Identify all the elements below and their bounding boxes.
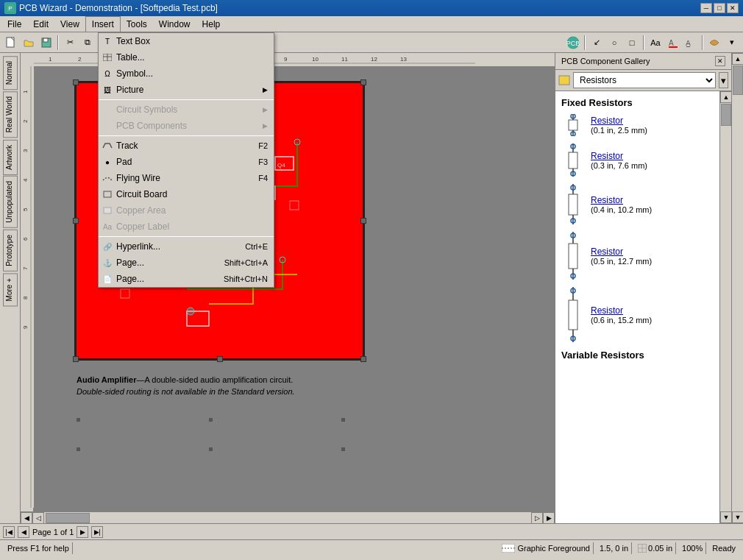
- corner-mark-bm: [217, 356, 223, 362]
- gallery-dropdown-btn[interactable]: ▾: [719, 72, 728, 88]
- gallery-close-button[interactable]: ✕: [715, 56, 725, 66]
- tab-artwork[interactable]: Artwork: [3, 140, 18, 175]
- menu-item-hyperlink[interactable]: 🔗 Hyperlink... Ctrl+E: [99, 238, 274, 255]
- menu-file[interactable]: File: [1, 16, 27, 32]
- tb-special[interactable]: [706, 35, 722, 51]
- copper-area-icon: [102, 205, 113, 216]
- resistor-1-link[interactable]: Resistor: [591, 116, 647, 126]
- menu-item-table[interactable]: Table...: [99, 49, 274, 65]
- main-vscroll: ▲ ▼: [731, 53, 743, 523]
- menu-item-symbol[interactable]: Ω Symbol...: [99, 65, 274, 82]
- svg-text:10: 10: [312, 56, 319, 63]
- vscroll-thumb[interactable]: [733, 65, 743, 95]
- menu-window[interactable]: Window: [153, 16, 196, 32]
- tb-copy[interactable]: ⧉: [79, 35, 96, 51]
- tab-prototype[interactable]: Prototype: [3, 230, 18, 272]
- tab-normal[interactable]: Normal: [3, 56, 18, 90]
- gallery-scroll-down[interactable]: ▼: [720, 511, 731, 523]
- hscroll-track[interactable]: [44, 512, 531, 524]
- svg-text:2: 2: [78, 56, 82, 63]
- vscroll-track[interactable]: [732, 65, 743, 511]
- svg-text:13: 13: [400, 56, 407, 63]
- svg-text:3: 3: [22, 149, 29, 152]
- gallery-item-resistor-2[interactable]: Resistor (0.3 in, 7.6 mm): [561, 143, 714, 177]
- menu-item-circuit-board[interactable]: Circuit Board: [99, 186, 274, 202]
- svg-rect-71: [559, 76, 569, 85]
- menu-item-flying-wire[interactable]: Flying Wire F4: [99, 170, 274, 186]
- gallery-scroll-up[interactable]: ▲: [720, 91, 731, 103]
- gallery-scroll-thumb[interactable]: [721, 104, 731, 126]
- tb-new[interactable]: [3, 35, 19, 51]
- menu-item-page[interactable]: 📄 Page... Shift+Ctrl+N: [99, 271, 274, 287]
- vscroll-down[interactable]: ▼: [732, 511, 743, 523]
- svg-rect-5: [104, 191, 111, 197]
- resistor-2-link[interactable]: Resistor: [591, 151, 647, 161]
- page-last[interactable]: ▶|: [91, 526, 103, 538]
- dot-4: [77, 447, 80, 451]
- tab-more[interactable]: More +: [3, 273, 18, 306]
- page-next[interactable]: ▶: [77, 526, 88, 538]
- hscroll-right[interactable]: ▶: [543, 512, 555, 524]
- minimize-button[interactable]: ─: [700, 3, 712, 13]
- menu-help[interactable]: Help: [196, 16, 227, 32]
- gallery-category-select[interactable]: Resistors Capacitors Inductors Diodes Tr…: [573, 72, 716, 88]
- hscroll-next[interactable]: ▷: [531, 512, 543, 524]
- textbox-icon: T: [102, 35, 113, 47]
- svg-rect-31: [21, 66, 34, 508]
- resistor-img-5: [561, 287, 585, 342]
- resistor-3-info: Resistor (0.4 in, 10.2 mm): [591, 195, 652, 214]
- tab-real-world[interactable]: Real World: [3, 91, 18, 138]
- menu-item-textbox[interactable]: T Text Box: [99, 33, 274, 49]
- tb-text[interactable]: Aa: [647, 35, 664, 51]
- dot-1: [77, 418, 80, 422]
- status-graphic: Graphic Foreground: [499, 542, 593, 554]
- svg-text:4: 4: [22, 178, 29, 182]
- tb-fmt1[interactable]: A: [665, 35, 681, 51]
- tb-dropdown[interactable]: ▾: [724, 35, 740, 51]
- gallery-item-resistor-1[interactable]: Resistor (0.1 in, 2.5 mm): [561, 114, 714, 136]
- menu-item-pad[interactable]: ● Pad F3: [99, 154, 274, 170]
- gallery-item-resistor-5[interactable]: Resistor (0.6 in, 15.2 mm): [561, 287, 714, 342]
- menu-tools[interactable]: Tools: [121, 16, 153, 32]
- tab-unpopulated[interactable]: Unpopulated: [3, 176, 18, 228]
- tb-shape-rect[interactable]: □: [624, 35, 640, 51]
- gallery-item-resistor-3[interactable]: Resistor (0.4 in, 10.2 mm): [561, 184, 714, 224]
- maximize-button[interactable]: □: [714, 3, 725, 13]
- corner-mark-bl: [73, 356, 79, 362]
- tb-cut[interactable]: ✂: [62, 35, 78, 51]
- page-prev[interactable]: ◀: [18, 526, 29, 538]
- gallery-scroll-track[interactable]: [720, 103, 731, 511]
- svg-text:1: 1: [22, 90, 29, 93]
- table-icon: [102, 52, 113, 63]
- dot-3: [341, 418, 345, 422]
- page-first[interactable]: |◀: [3, 526, 15, 538]
- hscroll-left[interactable]: ◀: [21, 512, 32, 524]
- corner-mark-br: [360, 356, 366, 362]
- menu-edit[interactable]: Edit: [27, 16, 54, 32]
- hscroll-prev[interactable]: ◁: [32, 512, 44, 524]
- hscroll-thumb[interactable]: [46, 513, 90, 523]
- gallery-item-resistor-4[interactable]: Resistor (0.5 in, 12.7 mm): [561, 232, 714, 280]
- vscroll-up[interactable]: ▲: [732, 53, 743, 65]
- resistor-5-link[interactable]: Resistor: [591, 305, 652, 316]
- tb-step[interactable]: ↙: [589, 35, 605, 51]
- resistor-4-size: (0.5 in, 12.7 mm): [591, 257, 652, 266]
- close-button[interactable]: ✕: [727, 3, 739, 13]
- pcb-components-arrow: ▶: [263, 122, 268, 130]
- tb-shape-circle[interactable]: ○: [606, 35, 622, 51]
- menu-insert[interactable]: Insert: [85, 16, 121, 32]
- menu-view[interactable]: View: [54, 16, 85, 32]
- resistor-2-size: (0.3 in, 7.6 mm): [591, 161, 647, 170]
- menu-item-picture[interactable]: 🖼 Picture ▶: [99, 82, 274, 98]
- tb-open[interactable]: [21, 35, 37, 51]
- svg-text:P: P: [8, 5, 12, 12]
- title-bar: P PCB Wizard - Demonstration - [Softpedi…: [0, 0, 743, 16]
- menu-item-anchor[interactable]: ⚓ Page... Shift+Ctrl+A: [99, 255, 274, 271]
- resistor-4-link[interactable]: Resistor: [591, 247, 652, 257]
- tb-pcb-wizard[interactable]: PCB: [565, 35, 581, 51]
- menu-item-track[interactable]: Track F2: [99, 138, 274, 154]
- resistor-3-link[interactable]: Resistor: [591, 195, 652, 205]
- tb-save[interactable]: [38, 35, 54, 51]
- resistor-img-1: [561, 114, 585, 136]
- tb-fmt2[interactable]: A̲: [683, 35, 699, 51]
